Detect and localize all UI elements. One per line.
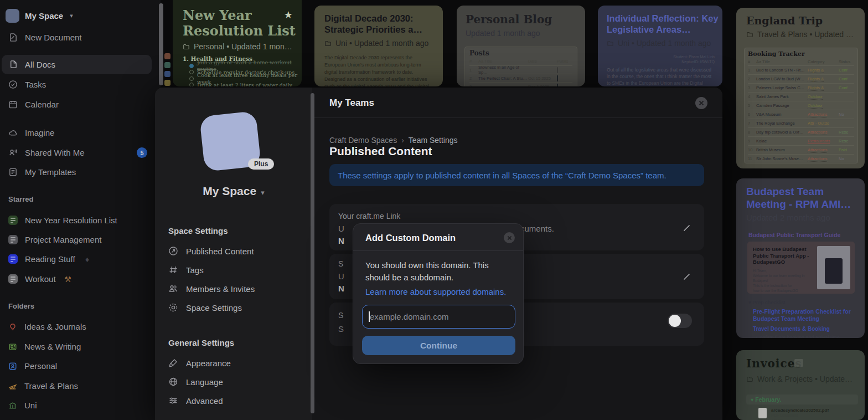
file-name: arcadesyndicate202502.pdf bbox=[771, 408, 829, 413]
file-size: 7.0 KB bbox=[771, 418, 829, 420]
doc-card-invoices[interactable]: Invoices Work & Projects • Update… ▾ Feb… bbox=[736, 350, 865, 420]
doc-link: Travel Documents & Booking bbox=[753, 326, 830, 332]
table-row: 10 British Museum Attractions Paid bbox=[748, 145, 854, 154]
table-row: 8 Day trip cotswold & Oxf… Attractions R… bbox=[748, 127, 854, 136]
sidebar-item-label: Calendar bbox=[25, 100, 59, 109]
checklist-item: Drink at least 2 liters of water daily bbox=[189, 82, 297, 87]
folder-icon bbox=[324, 40, 332, 47]
booking-rows: 1 Bud to London STN - Rt… Flights & Conf… bbox=[748, 65, 854, 163]
person-icon bbox=[8, 362, 17, 371]
sidebar-item-reading-stuff[interactable]: Reading Stuff ♦ bbox=[2, 249, 152, 269]
sidebar-item-imagine[interactable]: Imagine bbox=[2, 123, 152, 142]
doc-card-england-trip[interactable]: England Trip Travel & Plans • Updated … … bbox=[736, 8, 865, 168]
publish-icon bbox=[168, 246, 178, 256]
sidebar-item-my-templates[interactable]: My Templates bbox=[2, 162, 152, 182]
sidebar-item-calendar[interactable]: Calendar bbox=[2, 95, 152, 114]
table-row: 1 Bud to London STN - Rt… Flights & Conf bbox=[748, 65, 854, 74]
settings-nav-space-settings[interactable]: Space Settings bbox=[168, 301, 242, 314]
settings-nav-members-invites[interactable]: Members & Invites bbox=[168, 282, 255, 295]
close-icon[interactable] bbox=[695, 97, 707, 109]
supported-domains-link[interactable]: Learn more about supported domains. bbox=[365, 287, 506, 296]
sidebar-item-label: Project Management bbox=[25, 235, 101, 244]
doc-card-personal-blog[interactable]: Personal Blog Updated 1 month ago Posts … bbox=[457, 6, 585, 86]
status-chip: No bbox=[839, 112, 844, 117]
settings-nav-published-content[interactable]: Published Content bbox=[168, 244, 254, 258]
card-meta: Work & Projects • Update… bbox=[746, 375, 852, 383]
category-chip: Attractions bbox=[808, 112, 827, 117]
status-chip: Rese bbox=[839, 130, 849, 135]
status-chip: Conf bbox=[839, 76, 848, 81]
toggle-knob bbox=[669, 315, 681, 327]
sidebar-item-personal[interactable]: Personal bbox=[2, 356, 152, 376]
space-name: My Space bbox=[25, 11, 63, 21]
sidebar-item-label: Workout bbox=[25, 274, 56, 284]
domain-input[interactable] bbox=[362, 305, 515, 329]
status-chip: Paid bbox=[839, 147, 847, 152]
sidebar-item-label: Travel & Plans bbox=[24, 381, 78, 391]
setting-toggle-off[interactable] bbox=[668, 314, 692, 328]
doc-card-individual-reflection[interactable]: Individual Reflection: Key Legislative A… bbox=[598, 6, 722, 86]
space-name-dropdown[interactable]: My Space▾ bbox=[155, 185, 312, 198]
settings-nav-language[interactable]: Language bbox=[168, 375, 223, 388]
edit-pencil-icon[interactable] bbox=[683, 224, 691, 232]
edit-pencil-icon[interactable] bbox=[683, 273, 691, 281]
folder-icon bbox=[183, 43, 190, 50]
sidebar-item-all-docs[interactable]: All Docs bbox=[2, 55, 152, 74]
window-scrollbar[interactable] bbox=[159, 3, 163, 85]
doc-icon bbox=[8, 254, 18, 264]
continue-button[interactable]: Continue bbox=[362, 336, 515, 355]
category-chip: Attractions bbox=[808, 147, 827, 153]
tasks-icon bbox=[8, 80, 18, 89]
sidebar-item-tasks[interactable]: Tasks bbox=[2, 75, 152, 94]
month-section-header: ▾ February. bbox=[746, 395, 858, 404]
card-title: Budapest Team Meeting - RPM AMI… bbox=[746, 185, 865, 211]
card-meta: Personal • Updated 1 mon… bbox=[183, 42, 292, 51]
status-chip: Conf bbox=[839, 85, 848, 90]
card-meta: Uni • Updated 1 month ago bbox=[607, 39, 711, 48]
category-chip: Flights & bbox=[808, 68, 824, 73]
close-icon[interactable] bbox=[504, 232, 515, 243]
space-switcher[interactable]: My Space ▾ bbox=[6, 9, 73, 23]
sidebar-item-news-writing[interactable]: News & Writing bbox=[2, 337, 152, 356]
settings-nav-tags[interactable]: Tags bbox=[168, 263, 204, 276]
sidebar-item-travel-plans[interactable]: Travel & Plans bbox=[2, 376, 152, 396]
modal-pane-scrollbar[interactable] bbox=[311, 93, 314, 413]
doc-card-digital-decade[interactable]: Digital Decade 2030: Strategic Prioritie… bbox=[314, 6, 443, 86]
sidebar-item-ideas-journals[interactable]: Ideas & Journals bbox=[2, 317, 152, 336]
sidebar-item-new-document[interactable]: New Document bbox=[2, 28, 152, 47]
globe-icon bbox=[168, 377, 178, 387]
plus-badge: Plus bbox=[248, 158, 274, 170]
sidebar-item-uni[interactable]: Uni bbox=[2, 396, 152, 415]
table-title: Booking Tracker bbox=[748, 50, 854, 58]
table-title: Posts bbox=[469, 49, 572, 57]
category-chip: Attractions bbox=[808, 156, 827, 162]
breadcrumb-section[interactable]: Team Settings bbox=[409, 136, 458, 145]
sidebar-item-label: Personal bbox=[24, 361, 57, 371]
receipt-emoji bbox=[794, 359, 803, 367]
peek-card-icon bbox=[164, 80, 170, 86]
peek-card-icon bbox=[164, 53, 170, 59]
sidebar-item-new-year-resolution[interactable]: New Year Resolution List bbox=[2, 211, 152, 230]
templates-icon bbox=[8, 167, 18, 177]
sliders-icon bbox=[168, 396, 178, 406]
checkbox-icon bbox=[189, 83, 194, 86]
divider bbox=[353, 250, 523, 251]
doc-card-budapest-meeting[interactable]: Budapest Team Meeting - RPM AMI… Updated… bbox=[736, 178, 865, 338]
publish-checkbox bbox=[557, 75, 558, 81]
sidebar-item-label: Imagine bbox=[25, 128, 54, 137]
category-chip: Flights & bbox=[808, 85, 824, 91]
sidebar-item-workout[interactable]: Workout ⚒ bbox=[2, 269, 152, 289]
folder-icon bbox=[607, 40, 614, 47]
settings-nav-advanced[interactable]: Advanced bbox=[168, 394, 223, 407]
checklist-item: Confirm flight booking and arrival time bbox=[756, 335, 840, 338]
card-body-text: Out of all the legislative areas that we… bbox=[607, 66, 716, 86]
doc-card-new-year-resolution[interactable]: New Year Resolution List ★ Personal • Up… bbox=[173, 0, 302, 86]
sidebar-item-project-management[interactable]: Project Management bbox=[2, 230, 152, 249]
general-settings-header: General Settings bbox=[168, 338, 234, 347]
dialog-body-text: You should own this domain. This should … bbox=[365, 259, 514, 284]
settings-nav-appearance[interactable]: Appearance bbox=[168, 356, 231, 370]
breadcrumb-team[interactable]: Craft Demo Spaces bbox=[329, 136, 397, 145]
card-title: England Trip bbox=[746, 14, 823, 27]
table-row: 11 Sir John Soane's Muse… Attractions No bbox=[748, 154, 854, 163]
sidebar-item-shared-with-me[interactable]: Shared With Me bbox=[2, 143, 152, 162]
